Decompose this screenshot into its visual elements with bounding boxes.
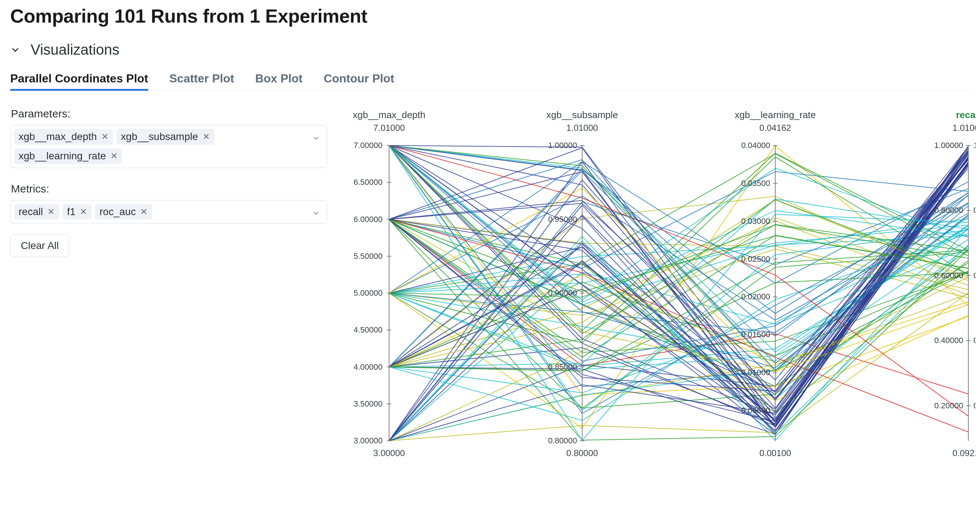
clear-all-button[interactable]: Clear All xyxy=(10,235,69,257)
tag-label: xgb__learning_rate xyxy=(19,151,106,162)
tabs: Parallel Coordinates Plot Scatter Plot B… xyxy=(10,72,970,91)
axis-tick-label: 7.00000 xyxy=(353,141,383,150)
axis-tick-label: 1.00000 xyxy=(548,141,577,150)
remove-tag-icon[interactable]: ✕ xyxy=(140,207,148,216)
remove-tag-icon[interactable]: ✕ xyxy=(202,132,210,141)
axis-title: xgb__learning_rate xyxy=(735,109,816,120)
tab-contour-plot[interactable]: Contour Plot xyxy=(323,72,394,90)
parallel-coordinates-plot[interactable]: xgb__max_depth7.010003.000007.000006.500… xyxy=(342,105,976,463)
tab-parallel-coordinates-plot[interactable]: Parallel Coordinates Plot xyxy=(10,72,148,90)
axis-tick-label: 0.20000 xyxy=(934,401,963,410)
parameters-label: Parameters: xyxy=(11,108,327,120)
axis-tick-label: 1.00000 xyxy=(974,141,976,150)
axis-range-bottom: 0.80000 xyxy=(566,448,598,458)
axis-tick-label: 0.02500 xyxy=(741,254,770,263)
axis-tick-label: 4.00000 xyxy=(353,362,383,372)
tab-scatter-plot[interactable]: Scatter Plot xyxy=(169,72,234,90)
chevron-down-icon xyxy=(312,134,320,144)
axis-range-top: 7.01000 xyxy=(374,123,405,133)
tag-label: recall xyxy=(19,206,43,218)
chevron-down-icon xyxy=(10,45,21,55)
axis-tick-label: 0.85000 xyxy=(548,362,577,372)
axis-tick-label: 5.00000 xyxy=(353,288,383,297)
tag-label: f1 xyxy=(67,206,75,218)
axis-tick-label: 0.60000 xyxy=(934,271,963,280)
remove-tag-icon[interactable]: ✕ xyxy=(100,132,108,141)
tag-label: xgb__subsample xyxy=(121,131,198,142)
axis-title: xgb__subsample xyxy=(546,109,618,120)
axis-tick-label: 0.60000 xyxy=(974,271,976,280)
parameters-select[interactable]: xgb__max_depth✕xgb__subsample✕xgb__learn… xyxy=(10,125,327,168)
axis-tick-label: 0.04000 xyxy=(741,141,770,150)
axis-tick-label: 0.01000 xyxy=(741,368,770,377)
axis-tick-label: 0.40000 xyxy=(974,336,976,345)
tag-label: xgb__max_depth xyxy=(19,131,97,142)
axis-tick-label: 0.00500 xyxy=(741,406,770,415)
remove-tag-icon[interactable]: ✕ xyxy=(79,207,87,216)
tag-label: roc_auc xyxy=(99,206,136,218)
axis-tick-label: 0.90000 xyxy=(548,288,577,297)
axis-tick-label: 6.50000 xyxy=(353,177,383,187)
axis-range-top: 0.04162 xyxy=(760,123,791,133)
parameter-tag: xgb__learning_rate✕ xyxy=(14,148,122,164)
axis-tick-label: 0.40000 xyxy=(934,336,963,345)
parallel-lines xyxy=(389,145,968,441)
tab-box-plot[interactable]: Box Plot xyxy=(255,72,303,90)
axis-tick-label: 0.80000 xyxy=(934,206,963,215)
metric-tag: f1✕ xyxy=(63,204,91,220)
axis-tick-label: 5.50000 xyxy=(353,252,383,261)
axis-title: xgb__max_depth xyxy=(353,109,425,120)
section-visualizations-toggle[interactable]: Visualizations xyxy=(10,41,970,58)
parameter-tag: xgb__max_depth✕ xyxy=(14,129,113,145)
remove-tag-icon[interactable]: ✕ xyxy=(110,152,118,160)
axis-range-bottom: 0.00100 xyxy=(760,448,791,458)
page-title: Comparing 101 Runs from 1 Experiment xyxy=(10,5,970,27)
axis-tick-label: 0.03000 xyxy=(741,217,770,226)
parameter-tag: xgb__subsample✕ xyxy=(116,129,214,145)
metric-tag: roc_auc✕ xyxy=(95,204,152,220)
metric-tag: recall✕ xyxy=(14,204,59,220)
axis-tick-label: 1.00000 xyxy=(934,141,963,150)
axis-tick-label: 0.01500 xyxy=(741,330,770,339)
remove-tag-icon[interactable]: ✕ xyxy=(47,207,55,216)
axis-tick-label: 0.80000 xyxy=(548,436,577,445)
axis-title: recall xyxy=(956,109,976,120)
axis-range-top: 1.01000 xyxy=(566,123,598,133)
axis-tick-label: 0.95000 xyxy=(548,215,577,224)
axis-tick-label: 0.03500 xyxy=(741,179,770,188)
axis-range-bottom: 0.09211 xyxy=(953,448,976,458)
section-title: Visualizations xyxy=(30,41,119,58)
axis-range-bottom: 3.00000 xyxy=(374,448,405,458)
axis-tick-label: 0.80000 xyxy=(974,206,976,215)
axis-tick-label: 0.20000 xyxy=(974,401,976,410)
metrics-select[interactable]: recall✕f1✕roc_auc✕ xyxy=(10,200,327,224)
axis-range-top: 1.01000 xyxy=(953,123,976,133)
metrics-label: Metrics: xyxy=(11,183,327,195)
axis-tick-label: 6.00000 xyxy=(353,215,383,224)
axis-tick-label: 3.50000 xyxy=(353,399,383,409)
controls-panel: Parameters: xgb__max_depth✕xgb__subsampl… xyxy=(10,105,327,463)
axis-tick-label: 0.02000 xyxy=(741,292,770,301)
axis-tick-label: 3.00000 xyxy=(353,436,383,445)
chevron-down-icon xyxy=(312,209,320,219)
axis-tick-label: 4.50000 xyxy=(353,325,383,334)
